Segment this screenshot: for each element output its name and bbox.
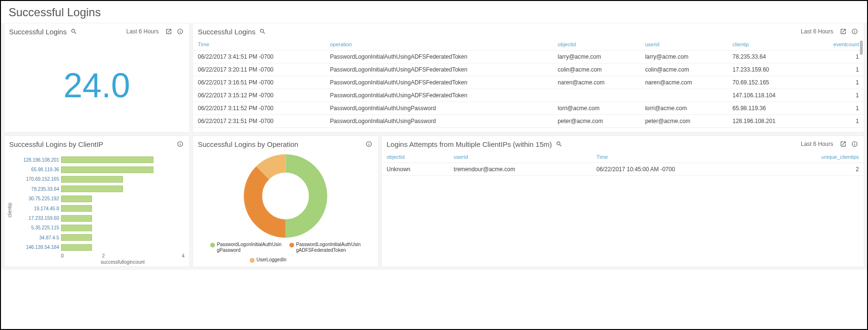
col-unique-clientips[interactable]: unique_clientips [769, 151, 864, 163]
bar-category-label: 146.139.54.184 [13, 245, 61, 250]
bar-fill[interactable] [61, 176, 123, 183]
table-row[interactable]: 06/22/2017 2:31:51 PM -0700PasswordLogon… [193, 115, 864, 128]
bar-chart: clientip 128.196.108.20165.98.119.36170.… [4, 151, 189, 267]
table-cell: PasswordLogonInitialAuthUsingADFSFederat… [325, 89, 553, 102]
col-clientip[interactable]: clientip [728, 39, 809, 51]
bar-fill[interactable] [61, 234, 92, 241]
panel-header: Successful Logins Last 6 Hours [193, 23, 864, 39]
table-cell: 1 [809, 63, 864, 76]
table-scroll-area[interactable]: Time operation objectid userid clientip … [193, 39, 864, 132]
panel-title: Successful Logins [9, 28, 67, 36]
table-cell: 1 [809, 89, 864, 102]
bar-category-label: 128.196.108.201 [13, 157, 61, 163]
bar-row: 65.98.119.36 [13, 165, 184, 174]
donut-chart-area: PasswordLogonInitialAuthUsingPasswordPas… [193, 151, 378, 267]
bar-fill[interactable] [61, 244, 92, 251]
col-userid[interactable]: userid [449, 151, 592, 163]
bar-fill[interactable] [61, 205, 92, 212]
bar-category-label: 17.233.159.60 [13, 216, 61, 221]
legend-item[interactable]: PasswordLogonInitialAuthUsingADFSFederat… [289, 242, 361, 253]
col-time[interactable]: Time [193, 39, 325, 51]
table-cell: colin@acme.com [640, 63, 727, 76]
open-new-window-icon[interactable] [164, 27, 173, 36]
table-row[interactable]: 06/22/2017 3:15:12 PM -0700PasswordLogon… [193, 89, 864, 102]
table-cell: 17.233.159.60 [728, 63, 809, 76]
table-scroll-area[interactable]: objectid userid Time unique_clientips Un… [382, 151, 864, 267]
legend-swatch [250, 258, 255, 263]
table-cell: 06/22/2017 2:31:51 PM -0700 [193, 115, 325, 128]
time-range-label: Last 6 Hours [126, 28, 159, 35]
bar-fill[interactable] [61, 166, 153, 173]
legend-item[interactable]: PasswordLogonInitialAuthUsingPassword [210, 242, 282, 253]
y-axis-label: clientip [6, 155, 13, 265]
table-row[interactable]: 06/22/2017 3:11:52 PM -0700PasswordLogon… [193, 102, 864, 115]
col-eventcount[interactable]: eventcount [809, 39, 864, 51]
bar-row: 17.233.159.60 [13, 214, 184, 223]
open-new-window-icon[interactable] [839, 27, 848, 36]
search-icon[interactable] [258, 27, 267, 36]
table-cell: 1 [809, 102, 864, 115]
table-cell: 2 [769, 163, 864, 176]
panel-successful-logins-table: Successful Logins Last 6 Hours Time oper… [193, 23, 864, 133]
time-range-label: Last 6 Hours [801, 141, 833, 147]
bar-row: 5.35.225.115 [13, 224, 184, 232]
x-tick: 2 [102, 253, 143, 258]
info-icon[interactable] [176, 27, 184, 36]
bar-row: 170.69.152.165 [13, 175, 184, 184]
x-tick: 0 [61, 253, 102, 258]
search-icon[interactable] [555, 140, 563, 148]
bar-fill[interactable] [61, 186, 123, 192]
info-icon[interactable] [850, 27, 859, 36]
table-cell: 128.196.108.201 [728, 115, 809, 128]
panel-header: Successful Logins by Operation [193, 136, 378, 151]
legend-label: PasswordLogonInitialAuthUsingPassword [217, 242, 282, 253]
bar-category-label: 19.174.45.8 [13, 206, 61, 211]
table-cell: 70.69.152.165 [728, 76, 809, 89]
bar-category-label: 30.75.225.192 [13, 196, 61, 201]
panel-successful-logins-count: Successful Logins Last 6 Hours 24.0 [4, 23, 190, 133]
table-row[interactable]: 06/22/2017 3:20:11 PM -0700PasswordLogon… [193, 63, 864, 76]
table-row[interactable]: 06/22/2017 3:16:51 PM -0700PasswordLogon… [193, 76, 864, 89]
col-objectid[interactable]: objectid [382, 151, 449, 163]
x-axis-label: successfullogincount [61, 258, 184, 265]
table-cell: 78.235.33.64 [728, 51, 809, 63]
bar-category-label: 78.235.33.64 [13, 186, 61, 192]
info-icon[interactable] [176, 140, 184, 148]
panel-title: Logins Attempts from Multiple ClientIPs … [387, 140, 552, 148]
col-operation[interactable]: operation [325, 39, 553, 51]
bar-category-label: 5.35.225.115 [13, 225, 61, 230]
table-cell: 1 [809, 115, 864, 128]
open-new-window-icon[interactable] [839, 140, 848, 148]
info-icon[interactable] [365, 140, 373, 148]
bar-fill[interactable] [61, 215, 92, 222]
bar-fill[interactable] [61, 156, 153, 163]
panel-title: Successful Logins [198, 28, 255, 36]
table-cell: 06/22/2017 3:16:51 PM -0700 [193, 76, 325, 89]
table-cell: PasswordLogonInitialAuthUsingPassword [325, 115, 553, 128]
table-cell: PasswordLogonInitialAuthUsingADFSFederat… [325, 51, 553, 63]
search-icon[interactable] [70, 27, 78, 36]
col-time[interactable]: Time [592, 151, 769, 163]
scrollbar-thumb[interactable] [860, 41, 863, 55]
bar-row: 78.235.33.64 [13, 185, 184, 193]
table-row[interactable]: 06/22/2017 3:41:51 PM -0700PasswordLogon… [193, 51, 864, 63]
table-cell: 06/22/2017 3:15:12 PM -0700 [193, 89, 325, 102]
table-cell: Unknown [382, 163, 449, 176]
bar-category-label: 34.87.4.5 [13, 235, 61, 240]
table-row[interactable]: Unknowntremendour@acme.com06/22/2017 10:… [382, 163, 864, 176]
col-objectid[interactable]: objectid [553, 39, 640, 51]
bar-row: 34.87.4.5 [13, 233, 184, 242]
bar-category-label: 65.98.119.36 [13, 167, 61, 172]
x-tick: 4 [143, 253, 184, 258]
bar-row: 19.174.45.8 [13, 204, 184, 213]
bar-fill[interactable] [61, 225, 92, 231]
donut-slice[interactable] [253, 164, 318, 228]
bar-fill[interactable] [61, 196, 92, 202]
panel-header: Logins Attempts from Multiple ClientIPs … [382, 136, 864, 151]
table-cell: 06/22/2017 10:45:00 AM -0700 [592, 163, 769, 176]
legend-item[interactable]: UserLoggedIn [250, 257, 321, 263]
table-cell: 06/22/2017 3:41:51 PM -0700 [193, 51, 325, 63]
dashboard-grid: Successful Logins Last 6 Hours 24.0 Succ… [1, 23, 867, 270]
col-userid[interactable]: userid [640, 39, 727, 51]
info-icon[interactable] [850, 140, 859, 148]
